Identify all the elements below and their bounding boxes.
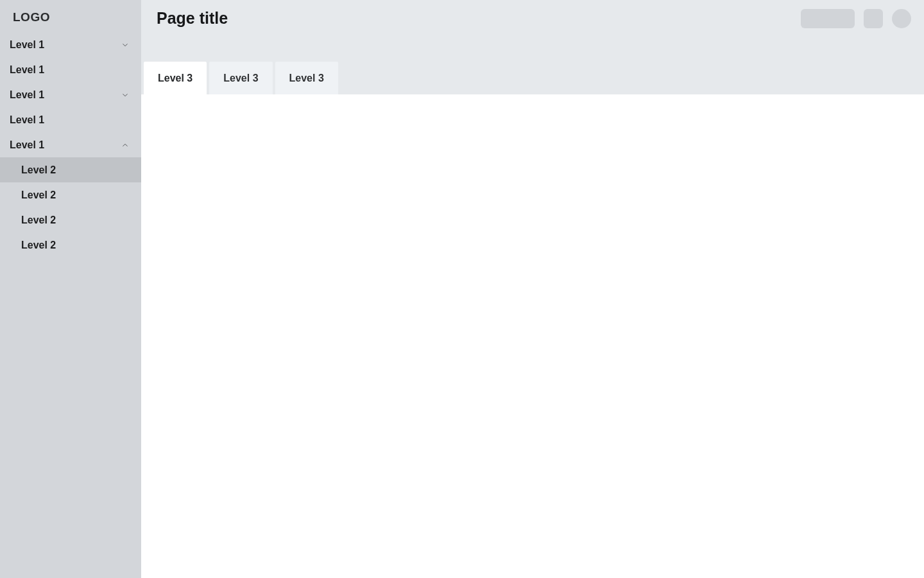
tab-label: Level 3 — [289, 73, 324, 84]
nav-subitem-2[interactable]: Level 2 — [0, 182, 141, 207]
header-action-primary[interactable] — [801, 9, 855, 28]
nav-subitem-label: Level 2 — [21, 215, 56, 226]
tab-2[interactable]: Level 3 — [209, 62, 272, 94]
tab-3[interactable]: Level 3 — [275, 62, 338, 94]
nav-item-3[interactable]: Level 1 — [0, 82, 141, 107]
nav-item-4[interactable]: Level 1 — [0, 107, 141, 132]
nav-item-label: Level 1 — [10, 89, 44, 101]
nav-item-5[interactable]: Level 1 — [0, 132, 141, 157]
tab-label: Level 3 — [158, 73, 193, 84]
sidebar: LOGO Level 1 Level 1 Level 1 Level 1 Lev… — [0, 0, 141, 578]
tabs: Level 3 Level 3 Level 3 — [141, 62, 924, 94]
chevron-down-icon — [121, 40, 130, 49]
avatar[interactable] — [892, 9, 911, 28]
page-title: Page title — [157, 9, 228, 28]
tab-label: Level 3 — [223, 73, 258, 84]
nav-subitem-1[interactable]: Level 2 — [0, 157, 141, 182]
nav-subitem-label: Level 2 — [21, 189, 56, 201]
header-actions — [801, 9, 911, 28]
nav-item-label: Level 1 — [10, 139, 44, 151]
nav-item-label: Level 1 — [10, 64, 44, 76]
chevron-down-icon — [121, 91, 130, 100]
nav-subitem-3[interactable]: Level 2 — [0, 207, 141, 232]
header-top: Page title — [141, 0, 924, 62]
nav-subitem-4[interactable]: Level 2 — [0, 232, 141, 258]
header: Page title Level 3 Level 3 Level 3 — [141, 0, 924, 94]
nav-item-label: Level 1 — [10, 114, 44, 126]
nav: Level 1 Level 1 Level 1 Level 1 Level 1 … — [0, 32, 141, 258]
nav-subitem-label: Level 2 — [21, 240, 56, 251]
chevron-up-icon — [121, 141, 130, 150]
content-area — [141, 94, 924, 578]
main: Page title Level 3 Level 3 Level 3 — [141, 0, 924, 578]
nav-item-1[interactable]: Level 1 — [0, 32, 141, 57]
nav-subitem-label: Level 2 — [21, 164, 56, 176]
logo: LOGO — [0, 0, 141, 32]
header-action-icon[interactable] — [864, 9, 883, 28]
tab-1[interactable]: Level 3 — [144, 62, 207, 94]
nav-item-label: Level 1 — [10, 39, 44, 51]
nav-item-2[interactable]: Level 1 — [0, 57, 141, 82]
